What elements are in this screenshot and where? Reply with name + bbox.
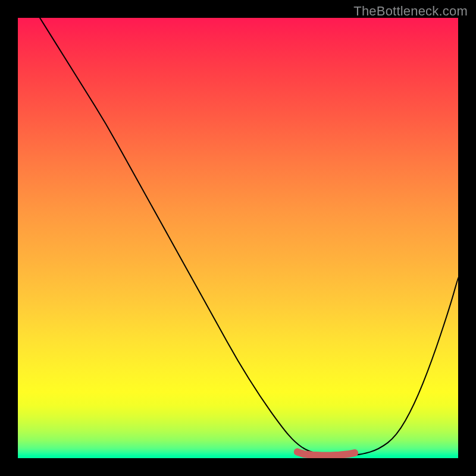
plot-area: [18, 18, 458, 458]
optimal-marker: [298, 452, 355, 456]
watermark-text: TheBottleneck.com: [353, 4, 468, 19]
chart-frame: TheBottleneck.com: [0, 0, 476, 476]
bottleneck-curve: [40, 18, 458, 456]
chart-svg: [18, 18, 458, 458]
optimal-marker-dot: [294, 449, 301, 456]
